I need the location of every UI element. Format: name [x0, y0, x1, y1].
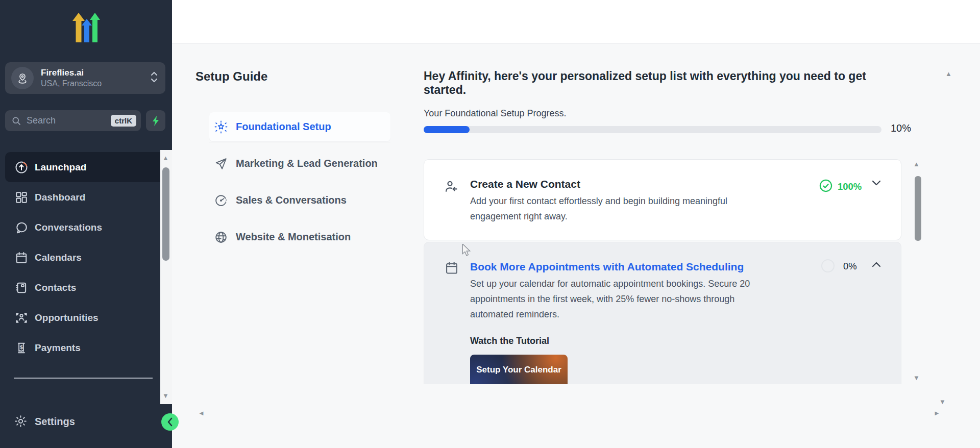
- card-percent: 100%: [838, 181, 862, 192]
- chevron-down-icon[interactable]: [871, 179, 881, 188]
- launchpad-icon: [14, 160, 29, 175]
- contacts-book-icon: [14, 281, 29, 295]
- search-placeholder: Search: [27, 115, 111, 126]
- gear-icon: [14, 414, 28, 429]
- tab-foundational-setup[interactable]: Foundational Setup: [209, 112, 390, 141]
- sidebar-item-payments[interactable]: $ Payments: [0, 333, 172, 363]
- sidebar-divider: [14, 378, 153, 379]
- card-description: Set up your calendar for automatic appoi…: [470, 276, 779, 322]
- gohighlevel-logo-icon: [71, 12, 100, 46]
- gauge-icon: [214, 194, 228, 207]
- tab-marketing-lead-generation[interactable]: Marketing & Lead Generation: [209, 149, 390, 178]
- progress-label: Your Foundational Setup Progress.: [424, 108, 567, 119]
- pane-scroll-left-icon[interactable]: ◄: [198, 410, 205, 416]
- sidebar-item-launchpad[interactable]: Launchpad: [5, 152, 167, 182]
- card-percent: 0%: [843, 261, 857, 272]
- globe-icon: [214, 231, 228, 244]
- tab-website-monetisation[interactable]: Website & Monetisation: [209, 222, 390, 252]
- topbar: [172, 0, 980, 44]
- sidebar: Fireflies.ai USA, Franscisco Search ctrl…: [0, 0, 172, 448]
- scroll-up-icon[interactable]: ▲: [162, 155, 169, 161]
- sidebar-item-label: Launchpad: [35, 162, 86, 173]
- setup-card-create-contact[interactable]: Create a New Contact Add your first cont…: [424, 159, 901, 240]
- progress-bar: [424, 126, 881, 133]
- video-label: Setup Your Calendar: [476, 365, 561, 375]
- account-avatar: [11, 67, 34, 89]
- account-switcher[interactable]: Fireflies.ai USA, Franscisco: [5, 62, 165, 94]
- progress-fill: [424, 126, 470, 133]
- tab-label: Website & Monetisation: [236, 231, 351, 243]
- empty-progress-circle-icon: [821, 259, 835, 272]
- user-add-icon: [444, 179, 459, 196]
- scrollbar-thumb[interactable]: [162, 167, 169, 261]
- setup-card-book-appointments[interactable]: Book More Appointments with Automated Sc…: [424, 242, 901, 384]
- sidebar-item-label: Contacts: [35, 282, 76, 293]
- sidebar-item-calendars[interactable]: Calendars: [0, 242, 172, 272]
- tab-label: Sales & Conversations: [236, 194, 347, 206]
- page-title: Setup Guide: [195, 69, 267, 84]
- card-title: Create a New Contact: [470, 178, 580, 190]
- app-screen: Fireflies.ai USA, Franscisco Search ctrl…: [0, 0, 980, 448]
- scroll-down-icon[interactable]: ▼: [162, 392, 169, 399]
- sidebar-item-label: Payments: [35, 342, 81, 354]
- pane-scroll-right-icon[interactable]: ►: [934, 410, 940, 416]
- tab-label: Foundational Setup: [236, 121, 331, 133]
- mouse-cursor-icon: [461, 244, 472, 259]
- pane-scroll-up-icon[interactable]: ▲: [945, 70, 952, 77]
- progress-percent: 10%: [891, 122, 911, 134]
- lightning-bolt-icon: [151, 115, 160, 127]
- card-description: Add your first contact effortlessly and …: [470, 193, 771, 224]
- star-burst-icon: [214, 120, 228, 134]
- sidebar-scrollbar[interactable]: ▲ ▼: [160, 150, 172, 404]
- card-title-link[interactable]: Book More Appointments with Automated Sc…: [470, 261, 744, 273]
- sidebar-item-settings[interactable]: Settings: [0, 407, 172, 436]
- pane-scroll-down-icon[interactable]: ▼: [939, 399, 946, 405]
- sidebar-item-dashboard[interactable]: Dashboard: [0, 182, 172, 212]
- tab-sales-conversations[interactable]: Sales & Conversations: [209, 186, 390, 215]
- sidebar-item-conversations[interactable]: Conversations: [0, 212, 172, 242]
- calendar-icon: [14, 251, 29, 265]
- chevron-updown-icon: [150, 70, 158, 86]
- tab-divider: [209, 142, 390, 142]
- sidebar-item-label: Conversations: [35, 222, 102, 233]
- sidebar-item-label: Opportunities: [35, 312, 99, 323]
- quick-actions-button[interactable]: [146, 110, 165, 131]
- list-scroll-down-icon[interactable]: ▼: [913, 375, 920, 381]
- chevron-left-icon: [167, 417, 173, 427]
- chat-bubble-icon: [14, 220, 29, 235]
- sidebar-collapse-button[interactable]: [161, 413, 179, 431]
- list-scrollbar-thumb[interactable]: [915, 176, 921, 241]
- settings-label: Settings: [35, 416, 75, 428]
- sidebar-nav: Launchpad Dashboard Conversations: [0, 152, 172, 363]
- tutorial-heading: Watch the Tutorial: [470, 336, 549, 346]
- search-icon: [11, 116, 21, 126]
- search-shortcut-badge: ctrlK: [111, 115, 136, 127]
- location-pin-icon: [16, 72, 29, 84]
- tutorial-video-thumbnail[interactable]: Setup Your Calendar: [470, 355, 568, 384]
- sidebar-item-label: Dashboard: [35, 192, 85, 203]
- chevron-up-icon[interactable]: [871, 261, 881, 270]
- greeting-heading: Hey Affinity, here's your personalized s…: [424, 69, 909, 97]
- sidebar-item-contacts[interactable]: Contacts: [0, 272, 172, 303]
- account-name: Fireflies.ai: [41, 67, 150, 79]
- list-scroll-up-icon[interactable]: ▲: [913, 161, 920, 167]
- opportunities-icon: [14, 311, 29, 325]
- sidebar-item-opportunities[interactable]: Opportunities: [0, 303, 172, 333]
- sidebar-item-label: Calendars: [35, 252, 82, 263]
- check-circle-icon: [819, 179, 833, 195]
- search-input[interactable]: Search ctrlK: [5, 110, 141, 131]
- paper-plane-icon: [214, 157, 228, 170]
- payments-receipt-icon: $: [14, 341, 29, 355]
- dashboard-icon: [14, 190, 29, 205]
- calendar-icon: [445, 261, 459, 277]
- svg-text:$: $: [20, 344, 23, 350]
- tab-label: Marketing & Lead Generation: [236, 158, 378, 169]
- account-location: USA, Franscisco: [41, 79, 150, 89]
